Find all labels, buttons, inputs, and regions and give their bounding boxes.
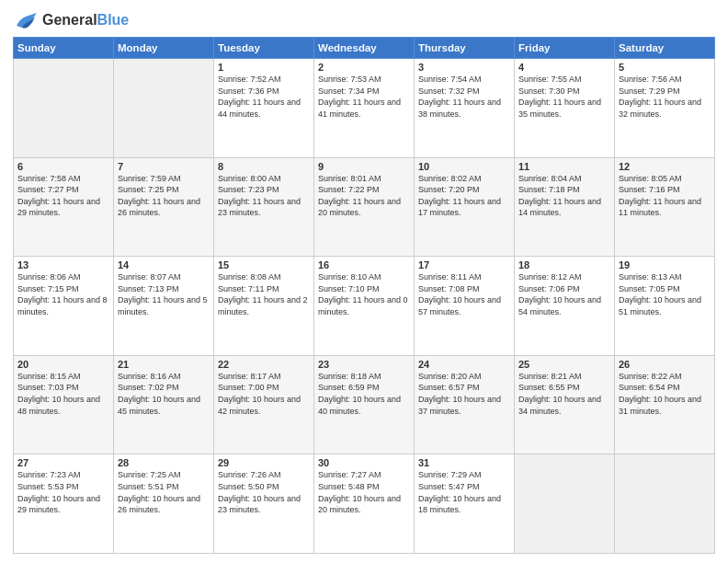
- day-number: 20: [17, 359, 109, 370]
- calendar-cell: 12Sunrise: 8:05 AMSunset: 7:16 PMDayligh…: [615, 157, 715, 257]
- day-number: 27: [17, 457, 109, 468]
- calendar-table: SundayMondayTuesdayWednesdayThursdayFrid…: [13, 37, 715, 554]
- calendar-cell: 24Sunrise: 8:20 AMSunset: 6:57 PMDayligh…: [415, 355, 515, 454]
- page-header: GeneralBlue: [13, 9, 715, 31]
- calendar-cell: 25Sunrise: 8:21 AMSunset: 6:55 PMDayligh…: [515, 355, 615, 454]
- calendar-cell: 16Sunrise: 8:10 AMSunset: 7:10 PMDayligh…: [314, 257, 415, 356]
- calendar-cell: 27Sunrise: 7:23 AMSunset: 5:53 PMDayligh…: [14, 454, 114, 554]
- day-number: 8: [218, 161, 310, 172]
- day-info: Sunrise: 8:18 AMSunset: 6:59 PMDaylight:…: [318, 371, 410, 417]
- calendar-cell: 9Sunrise: 8:01 AMSunset: 7:22 PMDaylight…: [314, 157, 415, 257]
- calendar-cell: 13Sunrise: 8:06 AMSunset: 7:15 PMDayligh…: [14, 257, 114, 356]
- day-info: Sunrise: 7:25 AMSunset: 5:51 PMDaylight:…: [118, 469, 210, 515]
- calendar-cell: 26Sunrise: 8:22 AMSunset: 6:54 PMDayligh…: [615, 355, 715, 454]
- calendar-page: GeneralBlue SundayMondayTuesdayWednesday…: [0, 0, 728, 563]
- calendar-cell: [615, 454, 715, 554]
- calendar-cell: 10Sunrise: 8:02 AMSunset: 7:20 PMDayligh…: [415, 157, 515, 257]
- day-number: 4: [518, 62, 610, 73]
- day-info: Sunrise: 7:26 AMSunset: 5:50 PMDaylight:…: [218, 469, 310, 515]
- day-info: Sunrise: 7:23 AMSunset: 5:53 PMDaylight:…: [17, 469, 109, 515]
- calendar-week-row: 20Sunrise: 8:15 AMSunset: 7:03 PMDayligh…: [14, 355, 715, 454]
- day-info: Sunrise: 8:13 AMSunset: 7:05 PMDaylight:…: [619, 271, 711, 317]
- day-number: 5: [619, 62, 711, 73]
- calendar-cell: 14Sunrise: 8:07 AMSunset: 7:13 PMDayligh…: [114, 257, 214, 356]
- calendar-day-header: Tuesday: [214, 38, 314, 59]
- day-info: Sunrise: 8:00 AMSunset: 7:23 PMDaylight:…: [218, 173, 310, 219]
- calendar-cell: 6Sunrise: 7:58 AMSunset: 7:27 PMDaylight…: [14, 157, 114, 257]
- day-number: 3: [418, 62, 510, 73]
- calendar-cell: [114, 59, 214, 158]
- day-info: Sunrise: 7:58 AMSunset: 7:27 PMDaylight:…: [17, 173, 109, 219]
- calendar-cell: 28Sunrise: 7:25 AMSunset: 5:51 PMDayligh…: [114, 454, 214, 554]
- calendar-day-header: Thursday: [415, 38, 515, 59]
- day-info: Sunrise: 8:02 AMSunset: 7:20 PMDaylight:…: [418, 173, 510, 219]
- day-info: Sunrise: 8:05 AMSunset: 7:16 PMDaylight:…: [619, 173, 711, 219]
- day-info: Sunrise: 8:16 AMSunset: 7:02 PMDaylight:…: [118, 371, 210, 417]
- day-number: 22: [218, 359, 310, 370]
- day-info: Sunrise: 7:27 AMSunset: 5:48 PMDaylight:…: [318, 469, 410, 515]
- logo-text: GeneralBlue: [42, 11, 129, 29]
- day-number: 25: [518, 359, 610, 370]
- calendar-cell: [515, 454, 615, 554]
- day-number: 16: [318, 259, 410, 270]
- day-info: Sunrise: 8:11 AMSunset: 7:08 PMDaylight:…: [418, 271, 510, 317]
- calendar-cell: 21Sunrise: 8:16 AMSunset: 7:02 PMDayligh…: [114, 355, 214, 454]
- calendar-cell: 2Sunrise: 7:53 AMSunset: 7:34 PMDaylight…: [314, 59, 415, 158]
- day-number: 9: [318, 161, 410, 172]
- day-info: Sunrise: 8:22 AMSunset: 6:54 PMDaylight:…: [619, 371, 711, 417]
- calendar-cell: 11Sunrise: 8:04 AMSunset: 7:18 PMDayligh…: [515, 157, 615, 257]
- day-info: Sunrise: 8:08 AMSunset: 7:11 PMDaylight:…: [218, 271, 310, 317]
- calendar-cell: 15Sunrise: 8:08 AMSunset: 7:11 PMDayligh…: [214, 257, 314, 356]
- calendar-cell: 18Sunrise: 8:12 AMSunset: 7:06 PMDayligh…: [515, 257, 615, 356]
- day-number: 24: [418, 359, 510, 370]
- calendar-cell: 7Sunrise: 7:59 AMSunset: 7:25 PMDaylight…: [114, 157, 214, 257]
- calendar-cell: 30Sunrise: 7:27 AMSunset: 5:48 PMDayligh…: [314, 454, 415, 554]
- calendar-cell: 5Sunrise: 7:56 AMSunset: 7:29 PMDaylight…: [615, 59, 715, 158]
- day-info: Sunrise: 8:06 AMSunset: 7:15 PMDaylight:…: [17, 271, 109, 317]
- day-info: Sunrise: 8:21 AMSunset: 6:55 PMDaylight:…: [518, 371, 610, 417]
- calendar-week-row: 6Sunrise: 7:58 AMSunset: 7:27 PMDaylight…: [14, 157, 715, 257]
- calendar-cell: 1Sunrise: 7:52 AMSunset: 7:36 PMDaylight…: [214, 59, 314, 158]
- calendar-cell: 22Sunrise: 8:17 AMSunset: 7:00 PMDayligh…: [214, 355, 314, 454]
- calendar-cell: 4Sunrise: 7:55 AMSunset: 7:30 PMDaylight…: [515, 59, 615, 158]
- day-info: Sunrise: 7:56 AMSunset: 7:29 PMDaylight:…: [619, 74, 711, 120]
- day-info: Sunrise: 8:10 AMSunset: 7:10 PMDaylight:…: [318, 271, 410, 317]
- day-number: 23: [318, 359, 410, 370]
- calendar-cell: 17Sunrise: 8:11 AMSunset: 7:08 PMDayligh…: [415, 257, 515, 356]
- logo: GeneralBlue: [13, 9, 129, 31]
- day-number: 6: [17, 161, 109, 172]
- calendar-cell: [14, 59, 114, 158]
- day-info: Sunrise: 7:53 AMSunset: 7:34 PMDaylight:…: [318, 74, 410, 120]
- day-info: Sunrise: 7:52 AMSunset: 7:36 PMDaylight:…: [218, 74, 310, 120]
- day-number: 30: [318, 457, 410, 468]
- day-info: Sunrise: 8:15 AMSunset: 7:03 PMDaylight:…: [17, 371, 109, 417]
- day-info: Sunrise: 8:12 AMSunset: 7:06 PMDaylight:…: [518, 271, 610, 317]
- day-number: 12: [619, 161, 711, 172]
- day-number: 29: [218, 457, 310, 468]
- day-number: 2: [318, 62, 410, 73]
- calendar-week-row: 13Sunrise: 8:06 AMSunset: 7:15 PMDayligh…: [14, 257, 715, 356]
- day-number: 11: [518, 161, 610, 172]
- calendar-day-header: Saturday: [615, 38, 715, 59]
- day-info: Sunrise: 7:55 AMSunset: 7:30 PMDaylight:…: [518, 74, 610, 120]
- day-number: 18: [518, 259, 610, 270]
- calendar-header-row: SundayMondayTuesdayWednesdayThursdayFrid…: [14, 38, 715, 59]
- calendar-day-header: Monday: [114, 38, 214, 59]
- day-number: 13: [17, 259, 109, 270]
- day-info: Sunrise: 7:54 AMSunset: 7:32 PMDaylight:…: [418, 74, 510, 120]
- day-number: 26: [619, 359, 711, 370]
- calendar-cell: 3Sunrise: 7:54 AMSunset: 7:32 PMDaylight…: [415, 59, 515, 158]
- day-number: 19: [619, 259, 711, 270]
- day-number: 10: [418, 161, 510, 172]
- calendar-cell: 23Sunrise: 8:18 AMSunset: 6:59 PMDayligh…: [314, 355, 415, 454]
- day-number: 7: [118, 161, 210, 172]
- calendar-cell: 19Sunrise: 8:13 AMSunset: 7:05 PMDayligh…: [615, 257, 715, 356]
- day-info: Sunrise: 8:17 AMSunset: 7:00 PMDaylight:…: [218, 371, 310, 417]
- day-number: 31: [418, 457, 510, 468]
- calendar-cell: 29Sunrise: 7:26 AMSunset: 5:50 PMDayligh…: [214, 454, 314, 554]
- day-number: 17: [418, 259, 510, 270]
- calendar-week-row: 1Sunrise: 7:52 AMSunset: 7:36 PMDaylight…: [14, 59, 715, 158]
- calendar-cell: 20Sunrise: 8:15 AMSunset: 7:03 PMDayligh…: [14, 355, 114, 454]
- day-info: Sunrise: 7:59 AMSunset: 7:25 PMDaylight:…: [118, 173, 210, 219]
- day-info: Sunrise: 8:20 AMSunset: 6:57 PMDaylight:…: [418, 371, 510, 417]
